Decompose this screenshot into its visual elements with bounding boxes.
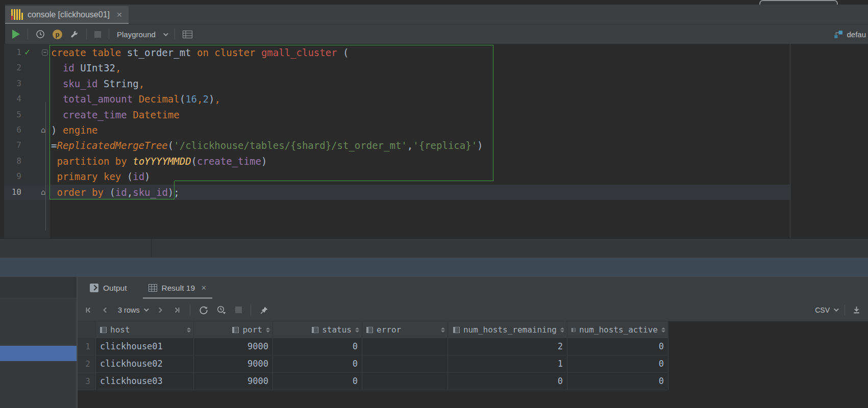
page-size-label: 3 rows <box>118 306 140 314</box>
column-header-host[interactable]: host <box>96 321 194 338</box>
last-page-button[interactable] <box>173 306 181 314</box>
query-history-button[interactable] <box>217 305 227 315</box>
tab-result-19[interactable]: Result 19 ✕ <box>143 277 212 299</box>
cell-num_hosts_remaining[interactable]: 1 <box>448 355 567 372</box>
gutter-row: 4 <box>0 91 50 107</box>
cell-status[interactable]: 0 <box>273 373 362 390</box>
cell-num_hosts_active[interactable]: 0 <box>567 338 668 355</box>
export-format-dropdown[interactable]: CSV <box>815 306 830 314</box>
close-icon[interactable]: ✕ <box>116 11 122 19</box>
sort-arrows-icon[interactable] <box>355 327 359 333</box>
first-page-button[interactable] <box>84 306 92 314</box>
column-icon <box>312 327 318 333</box>
cell-status[interactable]: 0 <box>273 338 362 355</box>
stop-button[interactable] <box>94 31 101 38</box>
code-line[interactable]: partition by toYYYYMMDD(create_time) <box>51 154 267 169</box>
cell-port[interactable]: 9000 <box>194 373 273 390</box>
cell-error[interactable] <box>362 373 448 390</box>
tab-console-clickhouse01[interactable]: console [clickhouse01] ✕ <box>5 6 129 23</box>
code-line[interactable]: id UInt32, <box>51 60 121 75</box>
code-token: order by <box>57 187 104 198</box>
parameters-button[interactable]: p <box>53 30 62 39</box>
schema-selector[interactable]: defau <box>833 30 867 39</box>
run-button[interactable] <box>12 30 20 39</box>
row-number[interactable]: 1 <box>78 338 96 355</box>
code-token: 16 <box>185 93 197 105</box>
stop-query-button[interactable] <box>235 307 242 313</box>
editor-tab-strip: console [clickhouse01] ✕ <box>5 5 868 24</box>
previous-page-button[interactable] <box>101 306 109 314</box>
cell-error[interactable] <box>362 338 448 355</box>
cell-error[interactable] <box>362 355 448 372</box>
code-line[interactable]: create_time Datetime <box>51 107 180 122</box>
grid-corner-cell[interactable] <box>78 321 96 338</box>
cell-port[interactable]: 9000 <box>194 355 273 372</box>
playground-dropdown[interactable]: Playground <box>117 30 156 39</box>
line-number: 8 <box>0 154 21 169</box>
result-grid-area: hostportstatuserrornum_hosts_remainingnu… <box>78 321 868 408</box>
cell-host[interactable]: clickhouse01 <box>96 338 194 355</box>
code-token <box>98 78 104 89</box>
cell-num_hosts_active[interactable]: 0 <box>567 373 668 390</box>
cell-host[interactable]: clickhouse02 <box>96 355 194 372</box>
code-token <box>133 93 138 105</box>
column-header-error[interactable]: error <box>362 321 448 338</box>
pin-tab-button[interactable] <box>260 305 269 315</box>
code-token: = <box>51 140 57 151</box>
cell-host[interactable]: clickhouse03 <box>96 373 194 390</box>
editor-splitter[interactable] <box>790 44 790 258</box>
page-size-dropdown[interactable]: 3 rows <box>118 306 147 314</box>
column-header-num_hosts_remaining[interactable]: num_hosts_remaining <box>448 321 567 338</box>
sort-arrows-icon[interactable] <box>661 327 665 333</box>
code-token <box>51 171 57 182</box>
close-icon[interactable]: ✕ <box>201 284 207 292</box>
sort-arrows-icon[interactable] <box>266 327 270 333</box>
execution-history-icon[interactable] <box>36 30 45 39</box>
next-page-button[interactable] <box>156 306 164 314</box>
code-line[interactable]: sku_id String, <box>51 76 144 91</box>
table-row: 2clickhouse029000010 <box>78 355 668 373</box>
row-number[interactable]: 3 <box>78 373 96 390</box>
selected-item-highlight <box>0 346 77 361</box>
sql-editor[interactable]: 1✓−23456⌂78910⌂ create table st_order_mt… <box>0 44 868 238</box>
tab-output[interactable]: Output <box>84 277 133 299</box>
column-header-port[interactable]: port <box>194 321 273 338</box>
chevron-down-icon[interactable] <box>163 31 168 36</box>
code-line[interactable]: create table st_order_mt on cluster gmal… <box>51 45 349 60</box>
cell-num_hosts_active[interactable]: 0 <box>567 355 668 372</box>
column-header-status[interactable]: status <box>273 321 362 338</box>
sort-arrows-icon[interactable] <box>560 327 564 333</box>
code-line[interactable]: =ReplicatedMergeTree('/clickhouse/tables… <box>51 138 483 153</box>
row-number[interactable]: 2 <box>78 355 96 372</box>
column-icon <box>572 327 576 333</box>
chevron-down-icon[interactable] <box>834 307 839 312</box>
cell-num_hosts_remaining[interactable]: 2 <box>448 338 567 355</box>
settings-wrench-icon[interactable] <box>70 30 79 39</box>
result-grid[interactable]: hostportstatuserrornum_hosts_remainingnu… <box>78 321 668 390</box>
fold-end-icon[interactable]: ⌂ <box>41 185 46 200</box>
code-line[interactable]: primary key (id) <box>51 169 151 184</box>
code-token <box>51 62 63 73</box>
code-line[interactable]: ) engine <box>51 122 98 138</box>
fold-collapse-icon[interactable]: − <box>42 49 48 56</box>
refresh-button[interactable] <box>199 305 208 315</box>
output-layout-icon[interactable] <box>183 31 192 38</box>
code-line[interactable]: order by (id,sku_id); <box>51 185 180 200</box>
result-grid-icon <box>148 284 157 292</box>
cell-num_hosts_remaining[interactable]: 0 <box>448 373 567 390</box>
download-button[interactable] <box>852 305 861 314</box>
sort-arrows-icon[interactable] <box>187 327 191 333</box>
code-token: create_time <box>63 109 127 120</box>
column-header-num_hosts_active[interactable]: num_hosts_active <box>567 321 668 338</box>
code-line[interactable]: total_amount Decimal(16,2), <box>51 91 220 107</box>
sort-arrows-icon[interactable] <box>441 327 445 333</box>
cell-status[interactable]: 0 <box>273 355 362 372</box>
code-token: sku_id <box>63 78 98 89</box>
code-token <box>51 93 63 105</box>
ide-window: console [clickhouse01] ✕ p Playground <box>0 0 868 408</box>
chevron-down-icon <box>144 307 149 312</box>
code-token: st_order_mt <box>127 47 191 58</box>
fold-end-icon[interactable]: ⌂ <box>41 122 46 138</box>
cell-port[interactable]: 9000 <box>194 338 273 355</box>
code-token: ) <box>51 124 63 136</box>
